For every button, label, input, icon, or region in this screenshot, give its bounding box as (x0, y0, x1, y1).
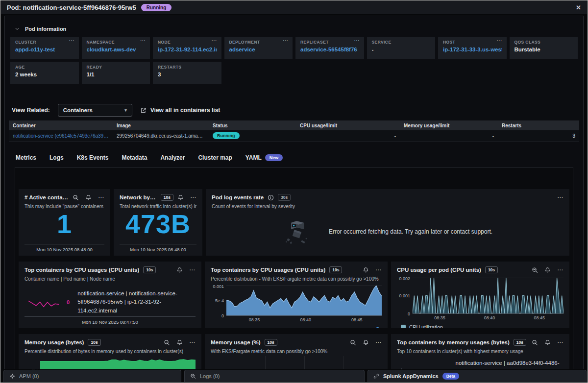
zoom-icon[interactable] (164, 339, 170, 346)
tab-yaml-label: YAML (245, 154, 262, 161)
tab-logs[interactable]: Logs (49, 154, 64, 161)
bell-icon[interactable] (176, 267, 183, 273)
card-subtitle: Container name | Pod name | Node name (24, 276, 196, 282)
column-header-container[interactable]: Container (9, 123, 113, 128)
see-all-link[interactable]: See all (376, 326, 385, 328)
close-icon[interactable]: ✕ (576, 4, 581, 11)
more-menu-icon[interactable]: ⋯ (557, 340, 564, 345)
resolution-badge: 10s (143, 266, 156, 273)
appdynamics-panel-toggle[interactable]: Splunk AppDynamics Beta (368, 370, 587, 382)
resolution-badge: 10s (161, 194, 173, 201)
bell-icon[interactable] (544, 267, 551, 273)
info-card-cluster: CLUSTER ⋯ appd-o11y-test (10, 37, 79, 59)
deployment-link[interactable]: adservice (229, 47, 288, 52)
info-icon[interactable] (268, 194, 274, 201)
column-header-image[interactable]: Image (113, 123, 209, 128)
more-menu-icon[interactable]: ⋯ (375, 340, 382, 345)
info-label: HOST (443, 40, 502, 45)
more-menu-icon[interactable]: ⋯ (98, 195, 104, 200)
more-menu-icon[interactable]: ⋯ (375, 267, 382, 272)
bell-icon[interactable] (176, 339, 183, 346)
apm-panel-toggle[interactable]: APM (0) (3, 370, 181, 382)
pod-information-section-header[interactable]: Pod information (15, 26, 66, 32)
chart-card-network-bytes: Network bytes / sec 10s ⋯ Total network … (114, 189, 202, 256)
column-header-restarts[interactable]: Restarts (498, 123, 579, 128)
more-menu-icon[interactable]: ⋯ (557, 195, 564, 200)
table-header-row: Container Image Status CPU usage/limit M… (9, 120, 579, 130)
info-card-qos-class: QOS CLASS Burstable (510, 37, 578, 59)
card-timestamp: Mon 10 Nov 2025 08:48:00 (120, 244, 196, 252)
cluster-link[interactable]: appd-o11y-test (15, 47, 74, 52)
more-menu-icon[interactable]: ⋯ (190, 195, 196, 200)
cpu-utilization-legend: CPU utilization (397, 324, 564, 328)
more-menu-icon[interactable]: ⋯ (497, 37, 503, 44)
tab-k8s-events[interactable]: K8s Events (77, 154, 109, 161)
more-menu-icon[interactable]: ⋯ (69, 37, 75, 44)
bell-icon[interactable] (544, 339, 551, 346)
more-menu-icon[interactable]: ⋯ (189, 340, 196, 345)
tab-cluster-map[interactable]: Cluster map (198, 154, 232, 161)
info-card-host: HOST ⋯ ip-172-31-33-3.us-west-1... (438, 37, 507, 59)
y-tick: 5e-4 (215, 298, 224, 303)
card-title: # Active container... (24, 194, 69, 200)
zoom-icon[interactable] (350, 339, 356, 346)
bell-icon[interactable] (177, 194, 184, 201)
legend-item-cpu-utilization[interactable]: CPU utilization (401, 324, 443, 328)
bell-icon[interactable] (85, 194, 92, 201)
zoom-icon[interactable] (73, 194, 79, 201)
tab-yaml[interactable]: YAML New (245, 154, 283, 161)
containers-table: Container Image Status CPU usage/limit M… (9, 120, 579, 142)
more-menu-icon[interactable]: ⋯ (189, 267, 196, 272)
replicaset-link[interactable]: adservice-56545f8f76 (300, 47, 359, 52)
x-tick: 08:40 (300, 317, 311, 322)
detail-tabs: Metrics Logs K8s Events Metadata Analyze… (16, 154, 283, 161)
metrics-dashboard: # Active container... ⋯ This may include… (15, 167, 573, 370)
namespace-link[interactable]: cloudkart-aws-dev (87, 47, 146, 52)
more-menu-icon[interactable]: ⋯ (557, 267, 564, 272)
pod-info-grid: CLUSTER ⋯ appd-o11y-test NAMESPACE ⋯ clo… (10, 37, 578, 84)
tab-analyzer[interactable]: Analyzer (160, 154, 185, 161)
more-menu-icon[interactable]: ⋯ (140, 37, 146, 44)
apm-label: APM (0) (19, 373, 39, 379)
zoom-icon[interactable] (532, 339, 538, 346)
tab-metadata[interactable]: Metadata (122, 154, 147, 161)
card-subtitle: With EKS/Fargate metric data can possibl… (211, 349, 382, 354)
info-label: READY (87, 65, 146, 70)
pod-detail-panel: Pod information CLUSTER ⋯ appd-o11y-test… (4, 16, 584, 370)
bell-icon[interactable] (363, 267, 369, 273)
table-row: notification-service (e9614fc57493c76a39… (9, 130, 579, 142)
related-content-bar: APM (0) Logs (0) Splunk AppDynamics Beta (1, 369, 587, 382)
container-link[interactable]: notification-service (e9614fc57493c76a39… (9, 133, 113, 139)
host-link[interactable]: ip-172-31-33-3.us-west-1... (443, 47, 502, 52)
fetch-error-state: Error occurred fetching data. Try again … (206, 210, 569, 254)
info-card-replicaset: REPLICASET ⋯ adservice-56545f8f76 (295, 37, 364, 59)
info-card-namespace: NAMESPACE ⋯ cloudkart-aws-dev (82, 37, 150, 59)
more-menu-icon[interactable]: ⋯ (212, 37, 218, 44)
column-header-memory[interactable]: Memory usage/limit (400, 123, 498, 128)
logs-panel-toggle[interactable]: Logs (0) (184, 370, 365, 382)
card-subtitle: Top 10 containers in cluster(s) with hig… (397, 349, 564, 354)
x-tick: 08:45 (534, 315, 545, 320)
pod-information-title: Pod information (25, 26, 66, 32)
container-identity-text: notification-service | aa0d98e3-f4f0-448… (455, 359, 564, 370)
more-menu-icon[interactable]: ⋯ (283, 37, 289, 44)
y-tick: 0.002 (399, 276, 410, 281)
node-link[interactable]: ip-172-31-92-114.ec2.int... (158, 47, 217, 52)
cpu-sparkline-chart (28, 297, 59, 308)
column-header-cpu[interactable]: CPU usage/limit (296, 123, 400, 128)
appdynamics-label: Splunk AppDynamics (383, 373, 439, 379)
pod-status-badge: Running (141, 4, 172, 11)
container-status-badge: Running (213, 132, 240, 139)
y-tick: 0.001 (399, 293, 410, 298)
more-menu-icon[interactable]: ⋯ (354, 37, 360, 44)
view-all-containers-link[interactable]: View all in containers list (140, 107, 220, 114)
tab-metrics[interactable]: Metrics (16, 154, 36, 161)
new-badge: New (265, 154, 283, 161)
column-header-status[interactable]: Status (209, 123, 296, 128)
related-entity-dropdown[interactable]: Containers ▾ (58, 104, 132, 117)
info-card-deployment: DEPLOYMENT ⋯ adservice (224, 37, 293, 59)
card-subtitle: Percentile distribution - With EKS/Farga… (211, 276, 382, 282)
active-containers-value: 1 (22, 208, 107, 240)
bell-icon[interactable] (363, 339, 369, 346)
zoom-icon[interactable] (532, 267, 538, 273)
